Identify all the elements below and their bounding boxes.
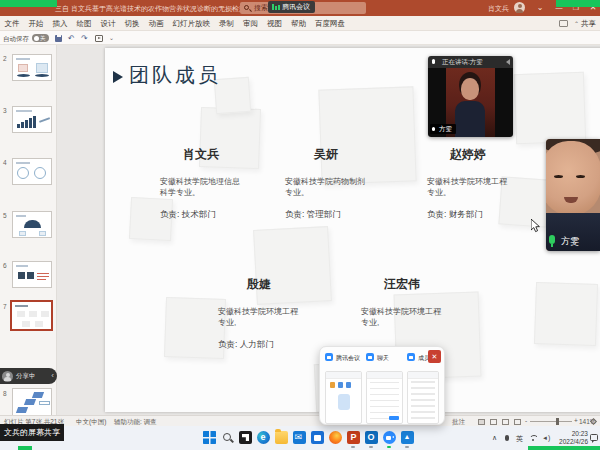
window-preview-meeting[interactable]: 腾讯会议 xyxy=(325,352,362,363)
tab-slideshow[interactable]: 幻灯片放映 xyxy=(168,16,215,31)
slide-thumbnail-8[interactable] xyxy=(12,388,52,415)
meeting-badge-label: 腾讯会议 xyxy=(282,3,310,10)
tab-transitions[interactable]: 切换 xyxy=(120,16,144,31)
reading-view-icon[interactable] xyxy=(502,419,509,425)
ime-indicator[interactable]: 英 xyxy=(516,434,523,444)
normal-view-icon[interactable] xyxy=(478,419,485,425)
autosave-toggle[interactable]: 关 xyxy=(32,34,49,42)
save-icon[interactable] xyxy=(55,35,62,42)
tab-view[interactable]: 视图 xyxy=(263,16,287,31)
video-decor xyxy=(554,175,563,178)
thumb-decor xyxy=(16,265,28,267)
taskbar-search-icon[interactable] xyxy=(221,431,234,444)
tab-record[interactable]: 录制 xyxy=(215,16,239,31)
slide-thumbnail-4[interactable] xyxy=(12,158,52,185)
comments-icon[interactable] xyxy=(559,20,568,27)
tab-help[interactable]: 帮助 xyxy=(287,16,311,31)
slide-thumbnail-3[interactable] xyxy=(12,106,52,133)
taskbar-clock[interactable]: 20:23 2022/4/26 xyxy=(558,430,588,446)
redo-icon[interactable]: ↷ xyxy=(81,34,88,43)
tab-review[interactable]: 审阅 xyxy=(239,16,263,31)
customize-qat-icon[interactable]: ⌄ xyxy=(109,34,114,43)
zoom-slider[interactable] xyxy=(530,421,572,422)
share-button[interactable]: 共享 xyxy=(574,18,596,30)
photos-icon[interactable] xyxy=(401,431,414,444)
preview-thumbnail[interactable] xyxy=(325,371,362,424)
slide-thumbnail-2[interactable] xyxy=(12,54,52,81)
thumb-decor xyxy=(39,231,46,236)
tab-draw[interactable]: 绘图 xyxy=(72,16,96,31)
firefox-icon[interactable] xyxy=(329,431,342,444)
slide-sorter-view-icon[interactable] xyxy=(490,419,497,425)
member-card: 赵婷婷 安徽科技学院环境工程专业。 负责: 财务部门 xyxy=(427,146,509,221)
member-desc: 安徽科技学院环境工程专业, xyxy=(361,306,443,328)
powerpoint-title-bar: 三自 肖文兵基于高光谱技术的农作物营养状况诊断的无损检测系统 - 搜索(Alt+… xyxy=(0,0,600,16)
tab-animations[interactable]: 动画 xyxy=(144,16,168,31)
account-avatar[interactable] xyxy=(514,2,525,13)
collapse-arrow-icon[interactable]: ‹ xyxy=(51,368,54,384)
meeting-running-badge[interactable]: 腾讯会议 xyxy=(268,1,315,13)
slideshow-view-icon[interactable] xyxy=(514,419,521,425)
tab-design[interactable]: 设计 xyxy=(96,16,120,31)
meeting-float-widget[interactable]: 分享中 ‹ xyxy=(0,368,57,384)
title-bullet-icon xyxy=(113,71,123,83)
side-video-tile[interactable]: 方雯 xyxy=(546,139,600,251)
zoom-slider-knob[interactable] xyxy=(556,418,559,425)
video-panel-header: 正在讲话:方雯 xyxy=(428,56,513,68)
thumb-decor xyxy=(41,311,49,317)
thumb-decor xyxy=(35,321,43,327)
thumb-decor xyxy=(27,272,34,279)
account-name[interactable]: 肖文兵 xyxy=(488,4,509,14)
member-desc: 安徽科技学院环境工程专业。 xyxy=(427,176,509,198)
thumb-decor xyxy=(33,116,36,128)
meeting-video-panel[interactable]: 正在讲话:方雯 方雯 xyxy=(428,56,513,137)
thumb-decor xyxy=(17,74,30,77)
member-card: 汪宏伟 安徽科技学院环境工程专业, xyxy=(361,276,443,339)
tab-home[interactable]: 开始 xyxy=(24,16,48,31)
outlook-icon[interactable] xyxy=(365,431,378,444)
cube-decor xyxy=(534,282,598,346)
tab-file[interactable]: 文件 xyxy=(0,16,24,31)
wifi-icon[interactable] xyxy=(529,435,537,443)
volume-icon[interactable] xyxy=(542,434,550,441)
thumb-decor xyxy=(25,120,28,128)
powerpoint-icon[interactable] xyxy=(347,431,360,444)
edge-icon[interactable] xyxy=(257,431,270,444)
thumb-number: 5 xyxy=(3,212,7,219)
slide-thumbnail-5[interactable] xyxy=(12,211,52,238)
tab-insert[interactable]: 插入 xyxy=(48,16,72,31)
quick-access-toolbar: 自动保存 关 ↶ ↷ ⌄ xyxy=(0,31,600,45)
preview-close-button[interactable]: ✕ xyxy=(428,350,441,363)
file-explorer-icon[interactable] xyxy=(275,431,288,444)
thumb-decor xyxy=(17,167,29,179)
ribbon-display-options-icon[interactable] xyxy=(532,0,548,16)
running-indicator xyxy=(369,446,373,448)
tray-mic-icon[interactable] xyxy=(505,435,509,441)
autosave-label: 自动保存 xyxy=(3,35,29,44)
thumb-number: 6 xyxy=(3,262,7,269)
thumb-decor xyxy=(16,110,32,112)
zoom-out-button[interactable]: - xyxy=(525,417,527,424)
cube-decor xyxy=(514,72,586,144)
window-preview-chat[interactable]: 聊天 xyxy=(366,352,403,363)
zoom-in-button[interactable]: + xyxy=(574,417,578,424)
hidden-icons-chevron[interactable] xyxy=(492,434,497,442)
tencent-meeting-icon[interactable] xyxy=(383,431,396,444)
tab-baidu-netdisk[interactable]: 百度网盘 xyxy=(311,16,350,31)
store-app-icon[interactable] xyxy=(311,431,324,444)
member-name: 殷婕 xyxy=(218,276,300,293)
undo-icon[interactable]: ↶ xyxy=(68,34,75,43)
notification-center-icon[interactable] xyxy=(590,434,598,441)
document-title: 三自 肖文兵基于高光谱技术的农作物营养状况诊断的无损检测系统 - xyxy=(55,4,264,14)
preview-thumbnail[interactable] xyxy=(407,371,439,424)
clock-time: 20:23 xyxy=(558,430,588,438)
slide-thumbnail-6[interactable] xyxy=(12,261,52,288)
mail-icon[interactable] xyxy=(293,431,306,444)
task-app-icon[interactable] xyxy=(239,431,252,444)
start-button-icon[interactable] xyxy=(203,431,216,444)
start-slideshow-icon[interactable] xyxy=(95,35,103,42)
preview-thumbnail[interactable] xyxy=(366,371,403,424)
member-name: 吴妍 xyxy=(285,146,367,163)
preview-header: 腾讯会议 xyxy=(325,352,362,363)
slide-thumbnail-7-selected[interactable] xyxy=(10,300,53,331)
